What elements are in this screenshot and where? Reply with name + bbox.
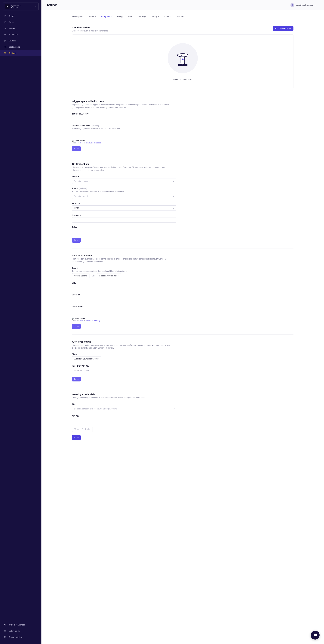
nav-destinations[interactable]: Destinations bbox=[0, 44, 42, 50]
tab-integrations[interactable]: Integrations bbox=[101, 14, 112, 20]
sync-icon bbox=[4, 21, 6, 24]
section-title: Trigger syncs with dbt Cloud bbox=[72, 100, 294, 103]
add-cloud-provider-button[interactable]: Add Cloud Provider bbox=[272, 26, 294, 31]
dbt-subdomain-input[interactable] bbox=[72, 131, 176, 136]
tab-storage[interactable]: Storage bbox=[151, 14, 159, 20]
nav-audiences[interactable]: Audiences bbox=[0, 32, 42, 38]
svg-point-13 bbox=[177, 54, 188, 57]
section-title: Git Credentials bbox=[72, 162, 294, 165]
looker-client-secret-input[interactable] bbox=[72, 309, 176, 314]
rocket-icon bbox=[4, 15, 6, 17]
create-reverse-tunnel-button[interactable]: Create a reverse tunnel bbox=[97, 273, 121, 278]
dbt-api-key-label: dbt Cloud API Key bbox=[72, 113, 176, 115]
user-menu[interactable]: S sass@creativeweb.it bbox=[290, 3, 316, 7]
datadog-api-key-input[interactable] bbox=[72, 418, 176, 423]
git-protocol-label: Protocol bbox=[72, 202, 176, 204]
looker-tunnel-help: Tunnels allow easy access to services ru… bbox=[72, 270, 176, 272]
docs-link[interactable]: docs bbox=[80, 142, 83, 144]
get-in-touch[interactable]: Get in touch bbox=[0, 628, 42, 634]
section-datadog: Datadog Credentials Enter your Datadog c… bbox=[72, 387, 294, 446]
section-cloud-providers: Cloud Providers Connect Hightouch to you… bbox=[72, 20, 294, 94]
user-email: sass@creativeweb.it bbox=[296, 4, 313, 6]
chat-icon bbox=[313, 633, 317, 638]
chat-fab[interactable] bbox=[311, 631, 320, 640]
git-protocol-select[interactable]: HTTP bbox=[72, 206, 176, 211]
section-git-credentials: Git Credentials Hightouch can use your G… bbox=[72, 157, 294, 248]
git-tunnel-select[interactable]: Select a tunnel... bbox=[72, 194, 176, 199]
user-plus-icon bbox=[4, 624, 6, 626]
workspace-name: aT-horor bbox=[11, 6, 33, 8]
need-help-title: Need help? bbox=[72, 318, 176, 320]
empty-text: No cloud credentials. bbox=[75, 78, 290, 81]
topbar: Settings S sass@creativeweb.it bbox=[42, 0, 324, 10]
workspace-switcher[interactable]: ht WORKSPACE aT-horor bbox=[3, 2, 38, 10]
dbt-save-button[interactable]: Save bbox=[72, 146, 81, 151]
looker-tunnel-label: Tunnel bbox=[72, 267, 176, 269]
cloud-empty-state: No cloud credentials. bbox=[72, 34, 294, 88]
tab-workspace[interactable]: Workspace bbox=[72, 14, 83, 20]
looker-client-id-input[interactable] bbox=[72, 297, 176, 302]
section-subtitle: Hightouch can notify you when syncs in y… bbox=[72, 344, 173, 349]
authorize-slack-button[interactable]: Authorize your Slack Account bbox=[72, 356, 102, 362]
nav-label: Documentation bbox=[8, 636, 22, 638]
svg-rect-12 bbox=[181, 56, 184, 65]
tab-alerts[interactable]: Alerts bbox=[127, 14, 133, 20]
looker-save-button[interactable]: Save bbox=[72, 324, 81, 329]
svg-point-2 bbox=[4, 40, 6, 40]
nav-setup[interactable]: Setup bbox=[0, 13, 42, 19]
dbt-api-key-input[interactable] bbox=[72, 116, 176, 121]
need-help-body: Read our docs or send us a message bbox=[72, 142, 176, 144]
tab-api-keys[interactable]: API Keys bbox=[138, 14, 147, 20]
section-title: Alert Credentials bbox=[72, 340, 294, 343]
sidebar: ht WORKSPACE aT-horor Setup Syncs Models… bbox=[0, 0, 42, 644]
database-icon bbox=[4, 40, 6, 42]
message-link[interactable]: send us a message bbox=[86, 320, 101, 322]
documentation[interactable]: Documentation bbox=[0, 634, 42, 640]
tab-billing[interactable]: Billing bbox=[117, 14, 123, 20]
tab-tunnels[interactable]: Tunnels bbox=[164, 14, 171, 20]
alerts-save-button[interactable]: Save bbox=[72, 377, 81, 382]
sidebar-footer: Invite a teammate Get in touch Documenta… bbox=[0, 621, 42, 644]
nav-label: Settings bbox=[8, 52, 16, 54]
datadog-site-select[interactable]: Select a datadog site for your datadog a… bbox=[72, 406, 176, 411]
validate-credential-button[interactable]: Validate Credential bbox=[72, 427, 93, 432]
svg-point-7 bbox=[5, 53, 6, 54]
need-help: Need help? Read our docs or send us a me… bbox=[72, 140, 176, 144]
docs-link[interactable]: docs bbox=[80, 320, 83, 322]
section-title: Looker credentials bbox=[72, 254, 294, 257]
chart-icon bbox=[4, 27, 6, 30]
git-username-input[interactable] bbox=[72, 217, 176, 222]
tab-members[interactable]: Members bbox=[87, 14, 96, 20]
git-tunnel-help: Tunnels allow easy access to services ru… bbox=[72, 190, 176, 192]
datadog-save-button[interactable]: Save bbox=[72, 435, 81, 440]
git-username-label: Username bbox=[72, 214, 176, 216]
message-link[interactable]: send us a message bbox=[86, 142, 101, 144]
tab-git-sync[interactable]: Git Sync bbox=[176, 14, 184, 20]
nav-settings[interactable]: Settings bbox=[0, 50, 42, 56]
git-token-input[interactable] bbox=[72, 229, 176, 234]
gear-icon bbox=[4, 52, 6, 54]
datadog-site-label: Site bbox=[72, 403, 176, 405]
chevron-down-icon bbox=[35, 6, 36, 8]
svg-rect-3 bbox=[4, 46, 5, 47]
nav-label: Models bbox=[8, 27, 15, 30]
svg-point-15 bbox=[182, 58, 184, 60]
dbt-subdomain-label: Custom Subdomain(optional) bbox=[72, 124, 176, 127]
nav-syncs[interactable]: Syncs bbox=[0, 19, 42, 25]
empty-illustration bbox=[168, 43, 198, 73]
svg-point-0 bbox=[4, 34, 5, 34]
invite-teammate[interactable]: Invite a teammate bbox=[0, 622, 42, 628]
grid-icon bbox=[4, 46, 6, 48]
pagerduty-api-key-input[interactable] bbox=[72, 368, 176, 373]
svg-point-8 bbox=[4, 624, 5, 625]
looker-url-input[interactable] bbox=[72, 285, 176, 290]
git-save-button[interactable]: Save bbox=[72, 238, 81, 242]
create-tunnel-button[interactable]: Create a tunnel bbox=[72, 273, 90, 278]
section-subtitle: Hightouch syncs can be triggered by the … bbox=[72, 103, 173, 109]
svg-point-14 bbox=[181, 55, 182, 56]
nav-sources[interactable]: Sources bbox=[0, 38, 42, 44]
git-service-select[interactable]: Select a service... bbox=[72, 178, 176, 184]
settings-tabs: Workspace Members Integrations Billing A… bbox=[72, 14, 294, 20]
pagerduty-label: PagerDuty API Key bbox=[72, 365, 176, 367]
nav-models[interactable]: Models bbox=[0, 25, 42, 32]
